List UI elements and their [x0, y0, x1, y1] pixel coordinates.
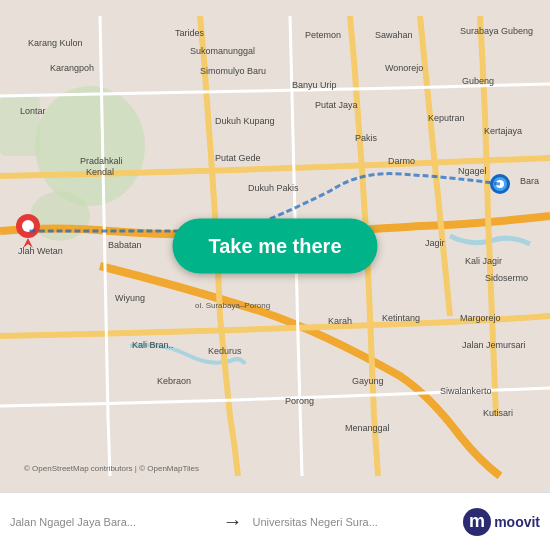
- map-container: Tarides Karang Kulon Sukomanunggal Petem…: [0, 0, 550, 492]
- moovit-brand-name: moovit: [494, 514, 540, 530]
- svg-text:Kendal: Kendal: [86, 167, 114, 177]
- svg-text:Kedurus: Kedurus: [208, 346, 242, 356]
- footer: Jalan Ngagel Jaya Bara... → Universitas …: [0, 492, 550, 550]
- svg-text:Dukuh Kupang: Dukuh Kupang: [215, 116, 275, 126]
- svg-text:Gayung: Gayung: [352, 376, 384, 386]
- svg-text:Porong: Porong: [285, 396, 314, 406]
- svg-text:Bara: Bara: [520, 176, 539, 186]
- svg-text:Keputran: Keputran: [428, 113, 465, 123]
- svg-text:Petemon: Petemon: [305, 30, 341, 40]
- from-location-label: Jalan Ngagel Jaya Bara...: [10, 516, 213, 528]
- svg-text:© OpenStreetMap contributors |: © OpenStreetMap contributors | © OpenMap…: [24, 464, 199, 473]
- svg-text:Banyu Urip: Banyu Urip: [292, 80, 337, 90]
- svg-text:Menanggal: Menanggal: [345, 423, 390, 433]
- svg-text:Kertajaya: Kertajaya: [484, 126, 522, 136]
- take-me-there-button[interactable]: Take me there: [172, 219, 377, 274]
- svg-text:Karah: Karah: [328, 316, 352, 326]
- svg-rect-3: [0, 96, 40, 156]
- svg-text:Pakis: Pakis: [355, 133, 378, 143]
- from-location: Jalan Ngagel Jaya Bara...: [10, 516, 213, 528]
- svg-text:Babatan: Babatan: [108, 240, 142, 250]
- route-arrow-icon: →: [213, 510, 253, 533]
- svg-text:Surabaya Gubeng: Surabaya Gubeng: [460, 26, 533, 36]
- svg-text:Wiyung: Wiyung: [115, 293, 145, 303]
- svg-text:Ngagel: Ngagel: [458, 166, 487, 176]
- svg-text:Siwalankerto: Siwalankerto: [440, 386, 492, 396]
- svg-text:Sawahan: Sawahan: [375, 30, 413, 40]
- svg-text:Jagir: Jagir: [425, 238, 445, 248]
- svg-text:Kutisari: Kutisari: [483, 408, 513, 418]
- moovit-logo-icon: m: [463, 508, 491, 536]
- svg-text:Tarides: Tarides: [175, 28, 205, 38]
- svg-text:Sukomanunggal: Sukomanunggal: [190, 46, 255, 56]
- moovit-logo: m moovit: [463, 508, 540, 536]
- svg-text:Putat Gede: Putat Gede: [215, 153, 261, 163]
- to-location-label: Universitas Negeri Sura...: [253, 516, 456, 528]
- svg-text:Kali Bran..: Kali Bran..: [132, 340, 174, 350]
- svg-text:ol. Surabaya–Porong: ol. Surabaya–Porong: [195, 301, 270, 310]
- svg-text:Margorejo: Margorejo: [460, 313, 501, 323]
- svg-text:Jalan Jemursari: Jalan Jemursari: [462, 340, 526, 350]
- svg-text:Dukuh Pakis: Dukuh Pakis: [248, 183, 299, 193]
- svg-point-2: [30, 191, 90, 241]
- svg-text:Lontar: Lontar: [20, 106, 46, 116]
- svg-text:Ketintang: Ketintang: [382, 313, 420, 323]
- app: Tarides Karang Kulon Sukomanunggal Petem…: [0, 0, 550, 550]
- svg-text:Pradahkali: Pradahkali: [80, 156, 123, 166]
- svg-text:Kali Jagir: Kali Jagir: [465, 256, 502, 266]
- svg-text:Jlah Wetan: Jlah Wetan: [18, 246, 63, 256]
- svg-text:Wonorejo: Wonorejo: [385, 63, 423, 73]
- to-location: Universitas Negeri Sura...: [253, 516, 456, 528]
- svg-text:Kebraon: Kebraon: [157, 376, 191, 386]
- svg-text:Putat Jaya: Putat Jaya: [315, 100, 358, 110]
- svg-text:Gubeng: Gubeng: [462, 76, 494, 86]
- svg-text:Karangpoh: Karangpoh: [50, 63, 94, 73]
- svg-text:Karang Kulon: Karang Kulon: [28, 38, 83, 48]
- svg-text:Darmo: Darmo: [388, 156, 415, 166]
- svg-text:Sidosermo: Sidosermo: [485, 273, 528, 283]
- svg-text:Simomulyo Baru: Simomulyo Baru: [200, 66, 266, 76]
- svg-point-1: [35, 86, 145, 206]
